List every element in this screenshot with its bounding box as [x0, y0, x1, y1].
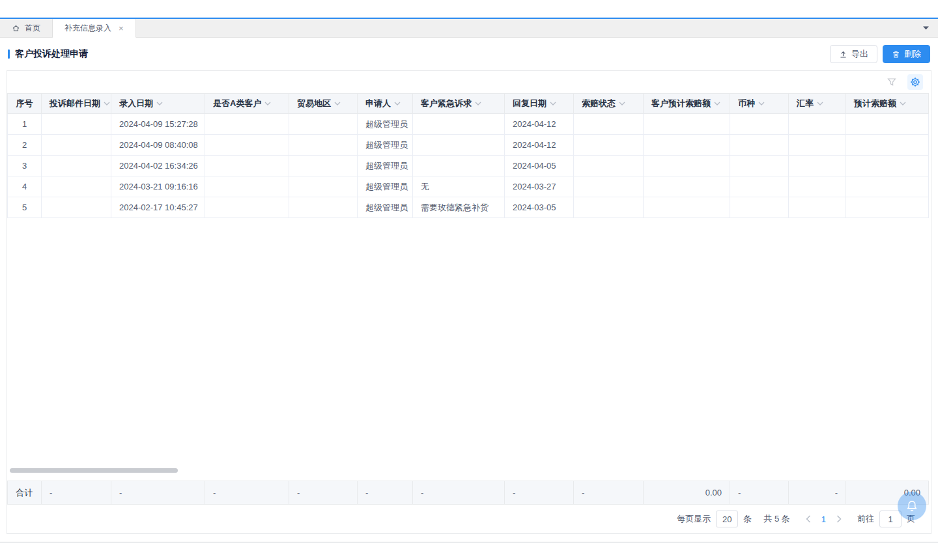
- col-header-customer-estimated-claim[interactable]: 客户预计索赔额: [644, 94, 730, 114]
- tab-home-label: 首页: [25, 23, 40, 34]
- page-title: 客户投诉处理申请: [15, 48, 88, 60]
- cell-is-a-class-customer: [205, 114, 289, 135]
- home-icon: [12, 24, 20, 33]
- per-page-input[interactable]: [716, 511, 738, 527]
- title-wrap: 客户投诉处理申请: [8, 48, 88, 60]
- summary-cell-exchange-rate: -: [789, 481, 846, 505]
- caret-down-icon: [923, 26, 929, 30]
- cell-customer-estimated-claim: [644, 197, 730, 218]
- goto-page-input[interactable]: [879, 511, 902, 527]
- pagination-bar: 每页显示 条 共 5 条 1 前往 页: [7, 505, 931, 533]
- cell-entry-date: 2024-02-17 10:45:27: [111, 197, 205, 218]
- sort-caret-icon: [550, 102, 556, 105]
- summary-cell: -: [205, 481, 289, 505]
- table-row[interactable]: 5 2024-02-17 10:45:27 超级管理员 需要玫德紧急补货 202…: [8, 197, 929, 218]
- summary-cell: -: [42, 481, 111, 505]
- cell-trade-region: [289, 176, 358, 197]
- sort-caret-icon: [758, 102, 765, 105]
- table-header: 序号 投诉邮件日期 录入日期 是否A类客户 贸易地区 申请人 客户紧急诉求 回复…: [8, 94, 929, 114]
- col-header-is-a-class-customer[interactable]: 是否A类客户: [205, 94, 289, 114]
- cell-urgent-request: [413, 114, 505, 135]
- sort-caret-icon: [817, 102, 823, 105]
- cell-currency: [730, 114, 789, 135]
- col-header-trade-region[interactable]: 贸易地区: [289, 94, 358, 114]
- cell-reply-date: 2024-03-05: [505, 197, 574, 218]
- window-bottom-divider: [0, 542, 938, 542]
- cell-currency: [730, 135, 789, 156]
- col-header-reply-date[interactable]: 回复日期: [505, 94, 574, 114]
- cell-urgent-request: 无: [413, 176, 505, 197]
- sort-caret-icon: [104, 102, 110, 105]
- table-body: 1 2024-04-09 15:27:28 超级管理员 2024-04-12 2…: [8, 114, 929, 218]
- cell-customer-estimated-claim: [644, 176, 730, 197]
- prev-page-button[interactable]: [802, 515, 815, 523]
- cell-exchange-rate: [789, 197, 846, 218]
- col-header-urgent-request[interactable]: 客户紧急诉求: [413, 94, 505, 114]
- cell-exchange-rate: [789, 156, 846, 176]
- header-row: 序号 投诉邮件日期 录入日期 是否A类客户 贸易地区 申请人 客户紧急诉求 回复…: [8, 94, 929, 114]
- cell-complaint-mail-date: [42, 197, 111, 218]
- cell-exchange-rate: [789, 114, 846, 135]
- sort-caret-icon: [619, 102, 625, 105]
- chevron-right-icon: [836, 515, 842, 523]
- col-header-currency[interactable]: 币种: [730, 94, 789, 114]
- cell-estimated-claim: [846, 197, 929, 218]
- cell-applicant: 超级管理员: [358, 197, 413, 218]
- cell-seq: 3: [8, 156, 42, 176]
- summary-cell: -: [111, 481, 205, 505]
- cell-reply-date: 2024-04-05: [505, 156, 574, 176]
- per-page-label: 每页显示: [677, 513, 711, 525]
- summary-cell-currency: -: [730, 481, 789, 505]
- cell-is-a-class-customer: [205, 135, 289, 156]
- summary-cell: -: [505, 481, 574, 505]
- page-number-1[interactable]: 1: [815, 514, 832, 524]
- cell-seq: 1: [8, 114, 42, 135]
- notification-fab[interactable]: [898, 492, 926, 520]
- delete-button[interactable]: 删除: [883, 45, 930, 63]
- export-button-label: 导出: [851, 48, 868, 60]
- next-page-button[interactable]: [832, 515, 846, 523]
- horizontal-scrollbar-thumb[interactable]: [10, 468, 178, 473]
- column-settings-button[interactable]: [907, 74, 923, 90]
- table-row[interactable]: 2 2024-04-09 08:40:08 超级管理员 2024-04-12: [8, 135, 929, 156]
- cell-entry-date: 2024-04-02 16:34:26: [111, 156, 205, 176]
- cell-exchange-rate: [789, 135, 846, 156]
- cell-exchange-rate: [789, 176, 846, 197]
- cell-applicant: 超级管理员: [358, 135, 413, 156]
- cell-is-a-class-customer: [205, 156, 289, 176]
- col-header-entry-date[interactable]: 录入日期: [111, 94, 205, 114]
- cell-reply-date: 2024-04-12: [505, 114, 574, 135]
- filter-button[interactable]: [887, 77, 897, 87]
- tab-list-dropdown-button[interactable]: [923, 26, 929, 30]
- total-count: 共 5 条: [763, 513, 789, 525]
- tab-home[interactable]: 首页: [0, 19, 53, 37]
- title-accent-bar: [8, 49, 10, 59]
- col-header-complaint-mail-date[interactable]: 投诉邮件日期: [42, 94, 111, 114]
- summary-cell: -: [574, 481, 644, 505]
- export-button[interactable]: 导出: [830, 45, 877, 63]
- sort-caret-icon: [475, 102, 481, 105]
- table-empty-area: [7, 218, 931, 481]
- col-header-exchange-rate[interactable]: 汇率: [789, 94, 846, 114]
- summary-cell: -: [413, 481, 505, 505]
- col-header-estimated-claim[interactable]: 预计索赔额: [846, 94, 929, 114]
- sort-caret-icon: [394, 102, 401, 105]
- sort-caret-icon: [156, 102, 163, 105]
- page-header: 客户投诉处理申请 导出 删除: [0, 38, 938, 70]
- cell-applicant: 超级管理员: [358, 176, 413, 197]
- table-row[interactable]: 3 2024-04-02 16:34:26 超级管理员 2024-04-05: [8, 156, 929, 176]
- cell-currency: [730, 176, 789, 197]
- summary-table: 合计 - - - - - - - - 0.00 - - 0.00: [7, 481, 929, 505]
- tab-supplementary-info[interactable]: 补充信息录入 ×: [53, 19, 136, 38]
- col-header-claim-status[interactable]: 索赔状态: [574, 94, 644, 114]
- col-header-applicant[interactable]: 申请人: [358, 94, 413, 114]
- cell-complaint-mail-date: [42, 135, 111, 156]
- cell-trade-region: [289, 156, 358, 176]
- table-row[interactable]: 4 2024-03-21 09:16:16 超级管理员 无 2024-03-27: [8, 176, 929, 197]
- table-row[interactable]: 1 2024-04-09 15:27:28 超级管理员 2024-04-12: [8, 114, 929, 135]
- cell-applicant: 超级管理员: [358, 156, 413, 176]
- tab-bar: 首页 补充信息录入 ×: [0, 19, 938, 38]
- cell-claim-status: [574, 156, 644, 176]
- sort-caret-icon: [714, 102, 720, 105]
- close-icon[interactable]: ×: [119, 23, 124, 33]
